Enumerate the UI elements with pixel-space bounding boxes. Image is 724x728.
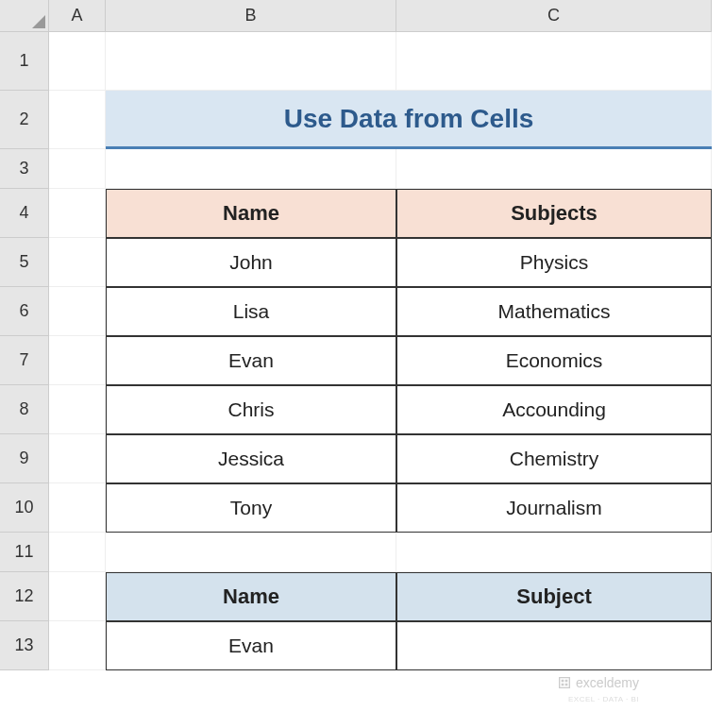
table-row[interactable]: Chemistry [396, 434, 712, 483]
cell-b3[interactable] [106, 149, 396, 189]
table-row[interactable]: Chris [106, 385, 396, 434]
cell-a3[interactable] [49, 149, 106, 189]
cell-a11[interactable] [49, 533, 106, 572]
table-row[interactable]: Jessica [106, 434, 396, 483]
table-row[interactable]: Tony [106, 483, 396, 533]
cell-b11[interactable] [106, 533, 396, 572]
watermark-sub: EXCEL · DATA · BI [568, 695, 639, 703]
cell-a5[interactable] [49, 238, 106, 287]
cell-c1[interactable] [396, 32, 712, 91]
table-row[interactable]: Evan [106, 621, 396, 670]
table-row[interactable]: Mathematics [396, 287, 712, 336]
watermark-icon [557, 675, 572, 690]
watermark: exceldemy [557, 675, 639, 690]
row-header-11[interactable]: 11 [0, 533, 49, 572]
row-header-1[interactable]: 1 [0, 32, 49, 91]
table2-header-subject[interactable]: Subject [396, 572, 712, 621]
row-header-2[interactable]: 2 [0, 91, 49, 149]
cell-a4[interactable] [49, 189, 106, 238]
cell-a8[interactable] [49, 385, 106, 434]
table-row[interactable]: Economics [396, 336, 712, 385]
row-header-8[interactable]: 8 [0, 385, 49, 434]
cell-c3[interactable] [396, 149, 712, 189]
row-header-12[interactable]: 12 [0, 572, 49, 621]
table-row[interactable]: Evan [106, 336, 396, 385]
select-all-corner[interactable] [0, 0, 49, 32]
table-row[interactable]: Accounding [396, 385, 712, 434]
row-header-7[interactable]: 7 [0, 336, 49, 385]
table2-header-name[interactable]: Name [106, 572, 396, 621]
col-header-b[interactable]: B [106, 0, 396, 32]
table1-header-name[interactable]: Name [106, 189, 396, 238]
row-header-13[interactable]: 13 [0, 621, 49, 670]
table1-header-subjects[interactable]: Subjects [396, 189, 712, 238]
cell-a7[interactable] [49, 336, 106, 385]
cell-c11[interactable] [396, 533, 712, 572]
row-header-6[interactable]: 6 [0, 287, 49, 336]
table-row[interactable] [396, 621, 712, 670]
cell-a13[interactable] [49, 621, 106, 670]
cell-b1[interactable] [106, 32, 396, 91]
row-header-4[interactable]: 4 [0, 189, 49, 238]
title-cell[interactable]: Use Data from Cells [106, 91, 712, 149]
table-row[interactable]: Lisa [106, 287, 396, 336]
cell-a10[interactable] [49, 483, 106, 533]
col-header-c[interactable]: C [396, 0, 712, 32]
table-row[interactable]: John [106, 238, 396, 287]
row-header-3[interactable]: 3 [0, 149, 49, 189]
row-header-10[interactable]: 10 [0, 483, 49, 533]
cell-a6[interactable] [49, 287, 106, 336]
cell-a12[interactable] [49, 572, 106, 621]
cell-a1[interactable] [49, 32, 106, 91]
cell-a9[interactable] [49, 434, 106, 483]
cell-a2[interactable] [49, 91, 106, 149]
table-row[interactable]: Journalism [396, 483, 712, 533]
watermark-text: exceldemy [576, 675, 639, 690]
row-header-9[interactable]: 9 [0, 434, 49, 483]
table-row[interactable]: Physics [396, 238, 712, 287]
col-header-a[interactable]: A [49, 0, 106, 32]
spreadsheet-grid: A B C 1 2 Use Data from Cells 3 4 Name S… [0, 0, 724, 670]
row-header-5[interactable]: 5 [0, 238, 49, 287]
